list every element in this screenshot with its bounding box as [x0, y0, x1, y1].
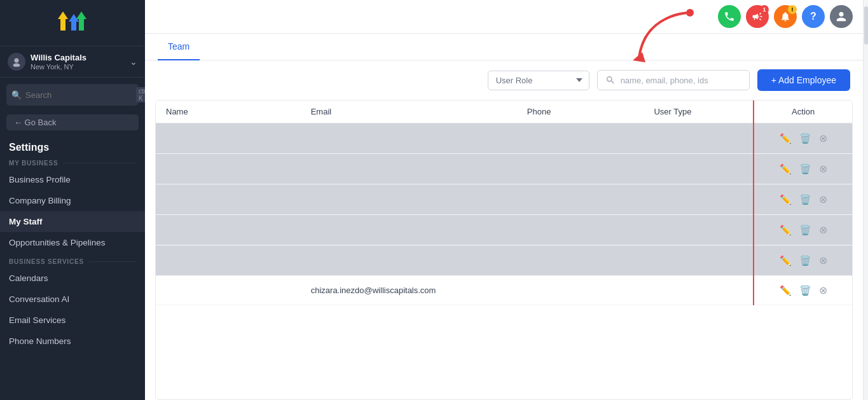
cell-phone: [517, 276, 644, 305]
main-content: 1 ! ? Team User Role: [145, 0, 863, 400]
svg-point-6: [686, 9, 694, 17]
sidebar-account[interactable]: Willis Capitals New York, NY ⌄: [0, 46, 145, 78]
action-buttons: ✏️ 🗑️ ⊗: [762, 130, 844, 146]
sidebar-item-conversation-ai[interactable]: Conversation AI: [0, 289, 145, 310]
cell-name: [156, 276, 301, 305]
delete-button[interactable]: 🗑️: [797, 253, 813, 268]
search-input[interactable]: [621, 76, 741, 85]
delete-button[interactable]: 🗑️: [797, 131, 813, 146]
sidebar-item-business-profile[interactable]: Business Profile: [0, 169, 145, 190]
table-row: chizara.inezdo@williscapitals.com ✏️ 🗑️ …: [156, 276, 852, 305]
table-row: ✏️ 🗑️ ⊗: [156, 245, 852, 276]
bell-icon-button[interactable]: !: [774, 5, 797, 28]
svg-marker-1: [69, 14, 79, 31]
user-profile-button[interactable]: [830, 5, 853, 28]
sidebar-item-my-staff[interactable]: My Staff: [0, 211, 145, 232]
col-header-email: Email: [301, 100, 517, 123]
sidebar-item-company-billing[interactable]: Company Billing: [0, 190, 145, 211]
svg-marker-0: [58, 11, 68, 31]
go-back-label: ← Go Back: [14, 118, 56, 127]
sidebar-section-business-services: BUSINESS SERVICES: [0, 253, 145, 268]
col-header-user-type: User Type: [644, 100, 754, 123]
bell-badge: !: [788, 5, 797, 14]
avatar: [8, 53, 25, 71]
sidebar-nav: MY BUSINESS Business Profile Company Bil…: [0, 155, 145, 400]
account-info: Willis Capitals New York, NY: [31, 53, 125, 71]
edit-button[interactable]: ✏️: [778, 192, 794, 207]
table-toolbar: User Role + Add Employee: [145, 60, 863, 100]
user-role-select[interactable]: User Role: [488, 71, 589, 90]
delete-button[interactable]: 🗑️: [797, 223, 813, 238]
action-buttons: ✏️ 🗑️ ⊗: [762, 161, 844, 177]
action-buttons: ✏️ 🗑️ ⊗: [762, 222, 844, 238]
phone-icon-button[interactable]: [718, 5, 741, 28]
col-header-phone: Phone: [517, 100, 644, 123]
cell-email: chizara.inezdo@williscapitals.com: [301, 276, 517, 305]
delete-button[interactable]: 🗑️: [797, 192, 813, 207]
tabs-bar: Team: [145, 34, 863, 60]
megaphone-icon-button[interactable]: 1: [746, 5, 769, 28]
cell-user-type: [644, 276, 754, 305]
sidebar-logo: [0, 0, 145, 46]
table-row: ✏️ 🗑️ ⊗: [156, 215, 852, 245]
svg-point-4: [13, 64, 20, 67]
remove-access-button[interactable]: ⊗: [817, 222, 829, 238]
sidebar-section-my-business: MY BUSINESS: [0, 155, 145, 169]
settings-heading: Settings: [0, 137, 145, 155]
edit-button[interactable]: ✏️: [778, 253, 794, 268]
right-scrollbar[interactable]: [863, 0, 868, 400]
remove-access-button[interactable]: ⊗: [817, 252, 829, 268]
edit-button[interactable]: ✏️: [778, 162, 794, 177]
add-employee-button[interactable]: + Add Employee: [757, 69, 850, 91]
go-back-button[interactable]: ← Go Back: [6, 114, 139, 130]
remove-access-button[interactable]: ⊗: [817, 130, 829, 146]
sidebar: Willis Capitals New York, NY ⌄ 🔍 ctrl K …: [0, 0, 145, 400]
employees-table-wrapper: Name Email Phone User Type Action: [155, 100, 853, 400]
help-icon-button[interactable]: ?: [802, 5, 825, 28]
col-header-action: Action: [754, 100, 852, 123]
edit-button[interactable]: ✏️: [778, 131, 794, 146]
delete-button[interactable]: 🗑️: [797, 162, 813, 177]
logo-icon: [55, 9, 90, 39]
sidebar-search-bar[interactable]: 🔍 ctrl K +: [6, 84, 139, 106]
table-row: ✏️ 🗑️ ⊗: [156, 154, 852, 184]
col-header-name: Name: [156, 100, 301, 123]
search-kbd-hint: ctrl K: [136, 87, 145, 102]
employees-table: Name Email Phone User Type Action: [156, 100, 852, 305]
delete-button[interactable]: 🗑️: [797, 283, 813, 298]
account-location: New York, NY: [31, 63, 125, 71]
chevron-down-icon: ⌄: [130, 57, 137, 67]
search-input[interactable]: [25, 90, 132, 100]
remove-access-button[interactable]: ⊗: [817, 161, 829, 177]
page-content: Team User Role + Add Employee Name: [145, 34, 863, 400]
action-buttons: ✏️ 🗑️ ⊗: [762, 191, 844, 207]
sidebar-item-phone-numbers[interactable]: Phone Numbers: [0, 331, 145, 352]
sidebar-item-email-services[interactable]: Email Services: [0, 310, 145, 331]
edit-button[interactable]: ✏️: [778, 223, 794, 238]
action-buttons: ✏️ 🗑️ ⊗: [762, 252, 844, 268]
account-name: Willis Capitals: [31, 53, 125, 63]
search-icon: [605, 75, 616, 85]
remove-access-button[interactable]: ⊗: [817, 191, 829, 207]
edit-button[interactable]: ✏️: [778, 283, 794, 298]
scrollbar-thumb[interactable]: [864, 6, 868, 45]
svg-point-3: [15, 59, 19, 63]
remove-access-button[interactable]: ⊗: [817, 282, 829, 298]
employee-search-box[interactable]: [597, 70, 750, 90]
tab-team[interactable]: Team: [158, 34, 200, 60]
table-row: ✏️ 🗑️ ⊗: [156, 123, 852, 154]
action-buttons: ✏️ 🗑️ ⊗: [762, 282, 844, 298]
search-icon: 🔍: [11, 90, 22, 100]
sidebar-item-opportunities-pipelines[interactable]: Opportunities & Pipelines: [0, 232, 145, 253]
topbar: 1 ! ?: [145, 0, 863, 34]
megaphone-badge: 1: [760, 5, 769, 14]
table-row: ✏️ 🗑️ ⊗: [156, 184, 852, 215]
sidebar-item-calendars[interactable]: Calendars: [0, 268, 145, 289]
